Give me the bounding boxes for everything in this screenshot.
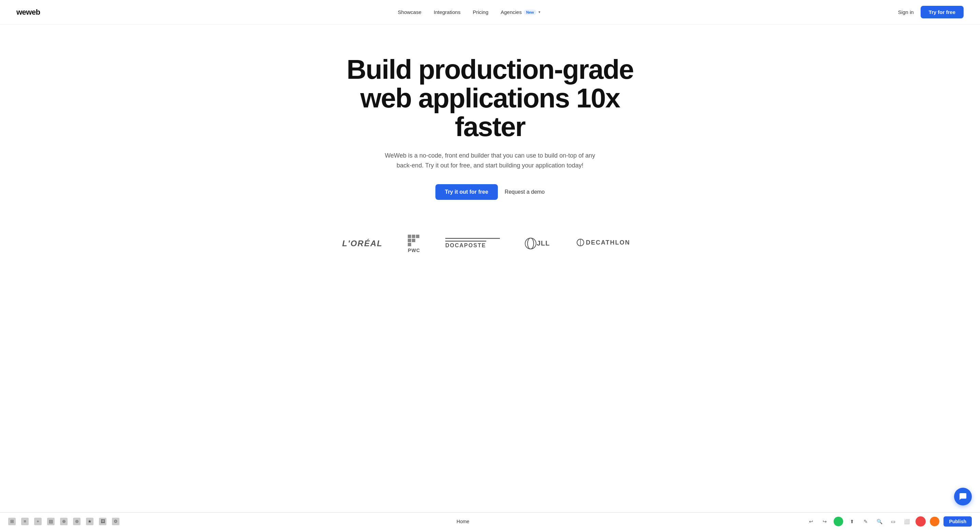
- try-free-button[interactable]: Try for free: [921, 6, 964, 18]
- logo-decathlon: DECATHLON: [576, 236, 638, 251]
- svg-rect-0: [408, 235, 411, 238]
- svg-text:DOCAPOSTE: DOCAPOSTE: [445, 243, 486, 248]
- logo-loreal: L'ORÉAL: [342, 239, 382, 248]
- svg-rect-5: [408, 243, 411, 246]
- hero-subtitle: WeWeb is a no-code, front end builder th…: [377, 151, 603, 171]
- logo-jll: JLL: [525, 237, 552, 250]
- decathlon-icon: DECATHLON: [576, 236, 638, 249]
- nav-pricing[interactable]: Pricing: [473, 9, 488, 15]
- svg-rect-4: [412, 239, 415, 242]
- logo[interactable]: weweb: [16, 8, 40, 17]
- nav-links: Showcase Integrations Pricing Agencies N…: [398, 9, 541, 15]
- svg-text:DECATHLON: DECATHLON: [586, 239, 630, 246]
- signin-button[interactable]: Sign in: [898, 9, 914, 15]
- logo-docaposte: DOCAPOSTE: [445, 236, 500, 251]
- svg-rect-2: [416, 235, 419, 238]
- svg-text:JLL: JLL: [537, 240, 550, 247]
- agencies-badge: New: [524, 10, 536, 15]
- hero-title: Build production-grade web applications …: [336, 55, 644, 141]
- nav-showcase[interactable]: Showcase: [398, 9, 422, 15]
- hero-section: Build production-grade web applications …: [0, 25, 980, 220]
- nav-agencies[interactable]: Agencies New ▾: [501, 9, 540, 15]
- logo-pwc: pwc: [407, 234, 421, 253]
- svg-point-10: [528, 238, 534, 249]
- docaposte-icon: DOCAPOSTE: [445, 236, 500, 249]
- nav-integrations[interactable]: Integrations: [434, 9, 460, 15]
- svg-rect-1: [412, 235, 415, 238]
- jll-icon: JLL: [525, 237, 552, 250]
- logos-section: L'ORÉAL pwc DOCAPOSTE JLL: [0, 220, 980, 273]
- hero-cta-secondary[interactable]: Request a demo: [505, 189, 545, 195]
- navbar: weweb Showcase Integrations Pricing Agen…: [0, 0, 980, 25]
- svg-point-9: [525, 238, 536, 249]
- hero-cta-group: Try it out for free Request a demo: [435, 184, 545, 200]
- pwc-icon: [407, 234, 421, 247]
- chevron-down-icon: ▾: [538, 10, 541, 14]
- svg-rect-3: [408, 239, 411, 242]
- nav-right: Sign in Try for free: [898, 6, 964, 18]
- hero-cta-primary[interactable]: Try it out for free: [435, 184, 498, 200]
